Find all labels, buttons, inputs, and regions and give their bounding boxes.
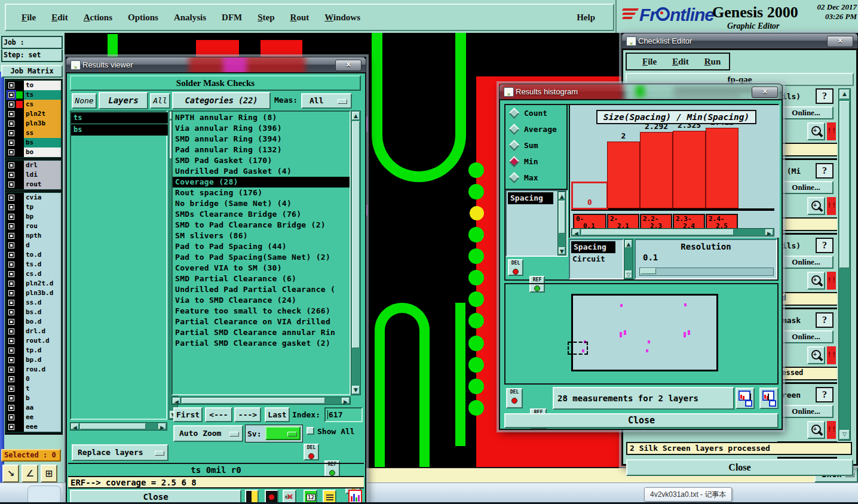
category-item[interactable]: Via annular Ring (396) [173,123,350,134]
menu-item-actions[interactable]: Actions [84,13,112,23]
layer-row-0[interactable]: 0 [7,374,61,384]
chart-import-icon[interactable] [759,388,779,409]
layer-name[interactable]: to.d [24,250,61,260]
layer-checkbox[interactable] [8,366,15,373]
zoom-to-result-button[interactable] [807,421,825,439]
layer-name[interactable]: cs.d [24,269,61,279]
layer-name[interactable]: ss [24,128,61,138]
checklist-close-button[interactable]: Close [626,459,853,476]
layer-row-bp[interactable]: bp [7,212,61,222]
layer-name[interactable]: cs [24,100,61,109]
category-item[interactable]: Coverage (28) [173,177,350,188]
layer-row-pln3b[interactable]: pln3b [7,119,61,128]
online-button[interactable]: Online... [779,181,834,194]
layer-name[interactable]: b [24,394,61,403]
layer-checkbox[interactable] [8,423,15,431]
job-matrix-button[interactable]: Job Matrix [1,65,63,78]
layer-name[interactable]: d [24,241,61,250]
nav-first-button[interactable]: First [173,407,203,422]
online-button[interactable]: Online... [779,106,834,119]
layer-name[interactable]: ts.d [24,260,61,269]
rv-layer-scrollbar-h[interactable]: ◀ ▶ [70,422,167,431]
zoom-to-result-button[interactable] [807,346,825,364]
chart-x-label[interactable]: 2.4-2.5 [706,214,738,229]
layer-name[interactable]: bo [24,147,61,157]
layer-name[interactable]: bo.d [24,317,61,327]
category-item[interactable]: No bridge (Same Net) (4) [173,198,350,209]
layer-name[interactable]: ts [24,90,61,100]
attr-item-spacing[interactable]: Spacing [571,241,615,253]
sv-color-dropdown[interactable] [265,426,301,440]
layer-checkbox[interactable] [8,232,15,239]
layer-checkbox[interactable] [8,139,15,146]
nav-next-button[interactable]: ---> [234,407,261,422]
layer-name[interactable]: pln2t.d [24,279,61,288]
layer-row-rout[interactable]: rout [7,180,61,189]
chart-selected-bin[interactable]: 0 [571,182,608,210]
checklist-titlebar[interactable]: Checklist Editor ✕ [621,33,858,48]
layer-row-to[interactable]: to [7,81,61,90]
resolution-slider[interactable] [639,268,774,276]
layer-row-ldi[interactable]: ldi [7,170,61,180]
layer-row-tp[interactable]: tp [7,202,61,212]
menu-item-file[interactable]: File [22,13,36,23]
close-window-icon[interactable]: ✕ [335,60,361,71]
stat-radio-max[interactable]: Max [505,170,566,186]
checklist-scrollbar[interactable]: ▲ ▽ [838,88,851,441]
layer-checkbox[interactable] [8,309,15,316]
chart-bar[interactable] [640,132,673,208]
layer-checkbox[interactable] [8,251,15,259]
layer-checkbox[interactable] [8,318,15,325]
help-button[interactable]: ? [816,312,834,328]
layer-row-bo[interactable]: bo [7,147,61,157]
meas-dropdown[interactable]: All [301,93,352,109]
menu-item-run[interactable]: Run [704,57,721,67]
layer-checkbox[interactable] [8,82,15,89]
layer-checkbox[interactable] [8,110,15,118]
layer-row-bo.d[interactable]: bo.d [7,317,61,327]
layer-row-tp.d[interactable]: tp.d [7,346,61,355]
layer-row-pln3b.d[interactable]: pln3b.d [7,288,61,298]
layer-name[interactable]: drl.d [24,327,61,336]
layer-checkbox[interactable] [8,91,15,99]
layer-row-pln2t.d[interactable]: pln2t.d [7,279,61,288]
menu-item-edit[interactable]: Edit [51,13,68,23]
layer-name[interactable]: ee [24,413,61,422]
chart-bar[interactable] [673,131,706,208]
layer-checkbox[interactable] [8,404,15,411]
chart-scrollbar-h[interactable]: ◀ ▶ [571,228,774,236]
layer-name[interactable]: eee [24,422,61,432]
select-all-button[interactable]: All [150,93,170,109]
show-all-checkbox[interactable] [307,427,314,435]
category-item[interactable]: Undrilled Pad Gasket (4) [173,166,350,177]
layer-checkbox[interactable] [8,204,15,211]
layer-name[interactable]: ldi [24,170,61,180]
layer-checkbox[interactable] [8,101,15,108]
category-item[interactable]: SMD annular Ring (394) [173,134,350,145]
category-item[interactable]: SMD Partial Clearance (6) [173,273,350,284]
tile-windows-icon[interactable]: ⊞ [41,465,57,483]
layer-name[interactable]: t [24,384,61,394]
layer-checkbox[interactable] [8,213,15,220]
layer-name[interactable]: rout.d [24,336,61,346]
attr-list[interactable]: SpacingCircuit [569,239,624,279]
layer-checkbox[interactable] [8,271,15,278]
category-item[interactable]: Pad to Pad Spacing (44) [173,241,350,252]
taskbar-button[interactable] [27,485,61,504]
layer-checkbox[interactable] [8,120,15,127]
category-item[interactable]: Undrilled Pad Partial Clearance ( [173,284,350,295]
auto-zoom-dropdown[interactable]: Auto Zoom [173,425,243,442]
category-item[interactable]: SM slivers (86) [173,231,350,241]
category-item[interactable]: Partial SMD Clearance gasket (2) [173,338,350,349]
layer-row-cs[interactable]: cs [7,100,61,109]
category-item[interactable]: Feature too small to check (266) [173,306,350,316]
layer-checkbox[interactable] [8,357,15,364]
layer-name[interactable]: rout [24,180,61,189]
layer-row-bs.d[interactable]: bs.d [7,308,61,317]
layer-name[interactable]: pln3b [24,119,61,128]
menu-item-analysis[interactable]: Analysis [174,13,206,23]
stat-radio-min[interactable]: Min [505,153,566,170]
category-item[interactable]: NPTH annular Ring (8) [173,112,350,123]
layer-checkbox[interactable] [8,261,15,268]
zoom-to-result-button[interactable] [807,122,825,140]
